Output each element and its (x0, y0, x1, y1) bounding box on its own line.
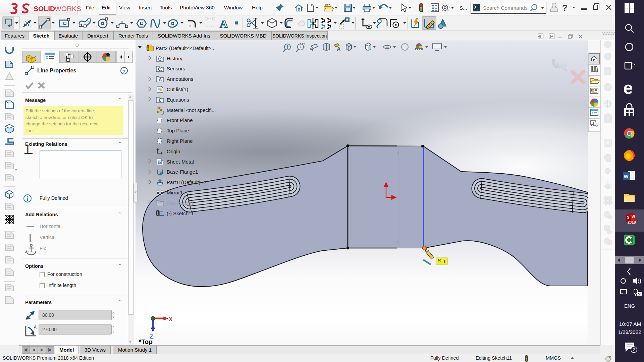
svg-text:ENG: ENG (624, 303, 635, 309)
svg-text:S: S (627, 215, 629, 219)
svg-text:A: A (220, 17, 228, 30)
svg-text:Base-Flange1: Base-Flange1 (167, 169, 198, 175)
svg-text:Front Plane: Front Plane (167, 117, 193, 123)
svg-text:10:07 AM: 10:07 AM (619, 321, 641, 327)
svg-text:W: W (624, 173, 629, 179)
svg-text:2018: 2018 (628, 220, 636, 224)
svg-text:Top Plane: Top Plane (167, 128, 189, 133)
svg-text:A: A (337, 46, 341, 52)
svg-text:Flat-Pattern: Flat-Pattern (167, 200, 193, 206)
svg-text:Equations: Equations (167, 97, 189, 103)
svg-text:Part11(Default) ->: Part11(Default) -> (167, 179, 207, 185)
svg-text:W: W (632, 215, 635, 219)
svg-text:?: ? (562, 3, 568, 13)
svg-text:*Top: *Top (139, 338, 153, 345)
svg-text:X: X (169, 316, 173, 322)
svg-text:e: e (623, 78, 633, 98)
svg-text:Annotations: Annotations (167, 76, 193, 82)
svg-text:(-) Sketch11: (-) Sketch11 (167, 210, 194, 216)
svg-text:Material <not specifi...: Material <not specifi... (167, 107, 216, 113)
svg-text:History: History (167, 56, 182, 61)
svg-text:I: I (444, 258, 445, 264)
svg-text:A: A (34, 325, 37, 329)
svg-text:SOLID: SOLID (34, 5, 55, 12)
svg-text:S...: S... (460, 5, 467, 11)
svg-text:Sheet-Metal: Sheet-Metal (167, 159, 194, 165)
svg-text:1/29/2022: 1/29/2022 (618, 329, 641, 335)
svg-text:Right Plane: Right Plane (167, 138, 193, 144)
svg-text:Cut list(1): Cut list(1) (167, 86, 188, 92)
svg-text:Search Commands: Search Commands (483, 5, 528, 11)
svg-text:Mirror1: Mirror1 (167, 190, 183, 195)
svg-text:WORKS: WORKS (55, 5, 81, 12)
svg-text:Σ: Σ (159, 98, 161, 103)
svg-text:?: ? (122, 68, 125, 74)
svg-text:Sensors: Sensors (167, 66, 185, 71)
svg-text:A: A (159, 77, 162, 82)
svg-text:2: 2 (633, 347, 635, 352)
svg-text:Part2 (Default<<Default>...: Part2 (Default<<Default>... (156, 45, 216, 51)
svg-text:Origin: Origin (167, 148, 180, 154)
